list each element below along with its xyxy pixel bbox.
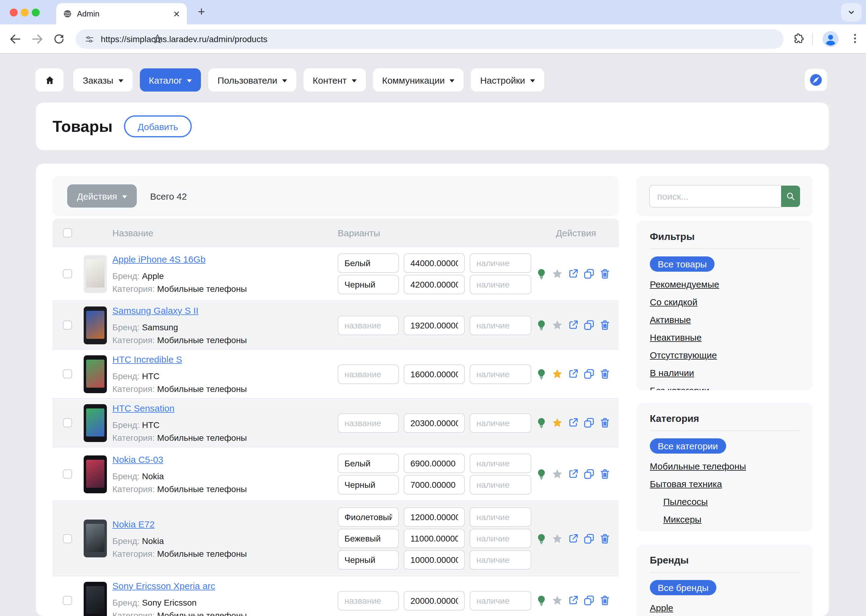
tab-close-icon[interactable]: ✕	[173, 9, 180, 18]
active-bulb-icon[interactable]	[535, 595, 547, 606]
nav-menu-button[interactable]: Заказы	[74, 68, 132, 91]
window-minimize-button[interactable]	[21, 9, 29, 16]
variant-name-input[interactable]	[338, 413, 399, 432]
delete-icon[interactable]	[599, 268, 611, 280]
variant-price-input[interactable]	[404, 364, 465, 384]
brand-all-pill[interactable]: Все бренды	[650, 580, 716, 595]
variant-price-input[interactable]	[404, 475, 465, 495]
row-checkbox[interactable]	[63, 418, 72, 427]
variant-name-input[interactable]	[338, 364, 399, 384]
category-all-pill[interactable]: Все категории	[650, 438, 726, 454]
browser-tab[interactable]: Admin ✕	[56, 3, 187, 24]
variant-stock-input[interactable]	[470, 315, 531, 335]
select-all-checkbox[interactable]	[63, 228, 72, 237]
sidebar-link[interactable]: В наличии	[650, 368, 694, 378]
feature-star-icon[interactable]	[551, 533, 563, 544]
active-bulb-icon[interactable]	[535, 368, 547, 380]
variant-price-input[interactable]	[404, 508, 465, 527]
extensions-button[interactable]	[792, 32, 806, 46]
variant-price-input[interactable]	[404, 550, 465, 570]
variant-name-input[interactable]	[338, 529, 399, 548]
sidebar-link[interactable]: Миксеры	[663, 514, 701, 525]
product-name-link[interactable]: HTC Incredible S	[112, 354, 182, 365]
variant-name-input[interactable]	[338, 475, 399, 495]
delete-icon[interactable]	[599, 368, 611, 380]
view-site-button[interactable]	[805, 69, 827, 91]
window-zoom-button[interactable]	[32, 9, 40, 16]
delete-icon[interactable]	[599, 533, 611, 544]
variant-stock-input[interactable]	[470, 475, 531, 495]
variant-name-input[interactable]	[338, 508, 399, 527]
open-product-icon[interactable]	[567, 595, 579, 606]
active-bulb-icon[interactable]	[535, 533, 547, 544]
row-checkbox[interactable]	[63, 321, 72, 330]
sidebar-link[interactable]: Активные	[650, 314, 691, 325]
sidebar-link[interactable]: Отсутствующие	[650, 350, 717, 360]
sidebar-link[interactable]: Apple	[650, 603, 673, 613]
open-product-icon[interactable]	[567, 533, 579, 544]
variant-name-input[interactable]	[338, 275, 399, 294]
profile-avatar[interactable]	[823, 31, 839, 47]
variant-stock-input[interactable]	[470, 529, 531, 548]
open-product-icon[interactable]	[567, 319, 579, 331]
active-bulb-icon[interactable]	[535, 319, 547, 331]
tab-overview-button[interactable]	[841, 3, 862, 21]
duplicate-icon[interactable]	[583, 368, 595, 380]
feature-star-icon[interactable]	[551, 468, 563, 480]
variant-price-input[interactable]	[404, 529, 465, 548]
variant-stock-input[interactable]	[470, 413, 531, 432]
product-name-link[interactable]: Sony Ericsson Xperia arc	[112, 581, 215, 591]
sidebar-link[interactable]: Со скидкой	[650, 297, 698, 307]
active-bulb-icon[interactable]	[535, 468, 547, 480]
open-product-icon[interactable]	[567, 468, 579, 480]
open-product-icon[interactable]	[567, 268, 579, 280]
variant-stock-input[interactable]	[470, 364, 531, 384]
product-name-link[interactable]: Nokia E72	[112, 519, 154, 529]
product-name-link[interactable]: Samsung Galaxy S II	[112, 305, 198, 316]
sidebar-link[interactable]: Рекомендуемые	[650, 279, 719, 289]
sidebar-link[interactable]: Бытовая техника	[650, 479, 722, 489]
feature-star-icon[interactable]	[551, 319, 563, 331]
sidebar-link[interactable]: Без категории	[650, 385, 709, 390]
variant-stock-input[interactable]	[470, 508, 531, 527]
variant-name-input[interactable]	[338, 315, 399, 335]
nav-menu-button[interactable]: Пользователи	[208, 68, 296, 91]
delete-icon[interactable]	[599, 319, 611, 331]
forward-button[interactable]	[30, 32, 44, 46]
browser-menu-button[interactable]	[849, 32, 862, 46]
row-checkbox[interactable]	[63, 269, 72, 278]
product-name-link[interactable]: HTC Sensation	[112, 403, 174, 413]
row-checkbox[interactable]	[63, 369, 72, 379]
open-product-icon[interactable]	[567, 368, 579, 380]
variant-price-input[interactable]	[404, 275, 465, 294]
home-button[interactable]	[35, 68, 63, 91]
variant-name-input[interactable]	[338, 454, 399, 473]
variant-name-input[interactable]	[338, 550, 399, 570]
sidebar-link[interactable]: Неактивные	[650, 332, 702, 343]
active-bulb-icon[interactable]	[535, 268, 547, 280]
nav-menu-button[interactable]: Коммуникации	[373, 68, 463, 91]
back-button[interactable]	[9, 32, 22, 46]
new-tab-button[interactable]: +	[194, 4, 209, 20]
sidebar-link[interactable]: Пылесосы	[663, 497, 708, 507]
duplicate-icon[interactable]	[583, 533, 595, 544]
delete-icon[interactable]	[599, 417, 611, 429]
row-checkbox[interactable]	[63, 596, 72, 605]
window-close-button[interactable]	[10, 9, 18, 16]
variant-name-input[interactable]	[338, 591, 399, 610]
product-name-link[interactable]: Apple iPhone 4S 16Gb	[112, 254, 206, 264]
nav-menu-button[interactable]: Каталог	[140, 68, 201, 91]
bulk-actions-dropdown[interactable]: Действия	[67, 184, 137, 207]
nav-menu-button[interactable]: Настройки	[471, 68, 544, 91]
feature-star-icon[interactable]	[551, 417, 563, 429]
filter-all-products-pill[interactable]: Все товары	[650, 256, 715, 272]
sidebar-link[interactable]: Мобильные телефоны	[650, 461, 746, 471]
search-button[interactable]	[781, 185, 800, 207]
delete-icon[interactable]	[599, 595, 611, 606]
duplicate-icon[interactable]	[583, 417, 595, 429]
feature-star-icon[interactable]	[551, 368, 563, 380]
feature-star-icon[interactable]	[551, 268, 563, 280]
duplicate-icon[interactable]	[583, 268, 595, 280]
nav-menu-button[interactable]: Контент	[304, 68, 365, 91]
row-checkbox[interactable]	[63, 534, 72, 543]
